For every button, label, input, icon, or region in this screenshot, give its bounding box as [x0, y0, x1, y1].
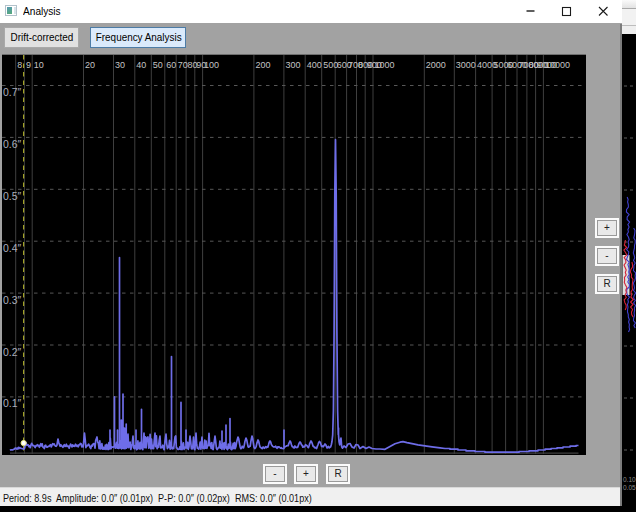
svg-text:3000: 3000	[456, 60, 476, 70]
svg-text:0.6″: 0.6″	[3, 138, 22, 150]
svg-text:10: 10	[34, 60, 44, 70]
svg-text:30: 30	[115, 60, 125, 70]
svg-text:400: 400	[307, 60, 322, 70]
svg-text:0.4″: 0.4″	[3, 242, 22, 254]
svg-text:70: 70	[178, 60, 188, 70]
svg-text:300: 300	[285, 60, 300, 70]
svg-text:40: 40	[136, 60, 146, 70]
svg-text:8: 8	[17, 60, 22, 70]
svg-text:20: 20	[85, 60, 95, 70]
svg-text:0.05: 0.05	[623, 484, 636, 491]
svg-text:10000: 10000	[545, 60, 570, 70]
svg-text:2000: 2000	[426, 60, 446, 70]
svg-text:50: 50	[153, 60, 163, 70]
svg-text:100: 100	[204, 60, 219, 70]
svg-text:0.10: 0.10	[623, 476, 636, 483]
svg-text:0.3″: 0.3″	[3, 294, 22, 306]
svg-text:60: 60	[166, 60, 176, 70]
svg-text:0.2″: 0.2″	[3, 346, 22, 358]
svg-text:0.1″: 0.1″	[3, 397, 22, 409]
svg-text:1000: 1000	[375, 60, 395, 70]
svg-text:0.7″: 0.7″	[3, 86, 22, 98]
svg-text:0.5″: 0.5″	[3, 190, 22, 202]
svg-text:200: 200	[255, 60, 270, 70]
svg-text:9: 9	[26, 60, 31, 70]
